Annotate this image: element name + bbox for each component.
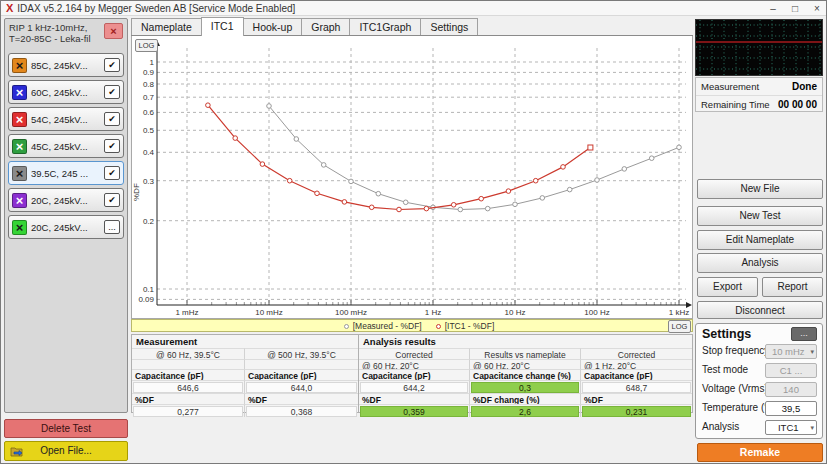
measurement-status-label: Measurement: [701, 81, 759, 92]
svg-text:100 mHz: 100 mHz: [335, 308, 367, 317]
column-subheader: @ 60 Hz, 20°C: [470, 359, 581, 369]
column-subheader: @ 1 Hz, 20°C: [581, 359, 692, 369]
measurement-item-label: 54C, 245kV...: [31, 114, 104, 125]
tab-itc1graph[interactable]: ITC1Graph: [349, 18, 421, 35]
report-button[interactable]: Report: [762, 277, 823, 297]
measurement-item-1[interactable]: ×85C, 245kV...✔: [8, 53, 124, 77]
measurement-item-label: 85C, 245kV...: [31, 60, 104, 71]
remake-button[interactable]: Remake: [697, 443, 823, 462]
tab-itc1[interactable]: ITC1: [201, 17, 244, 36]
svg-text:0.8: 0.8: [143, 80, 155, 89]
measurement-table-grid: @ 60 Hz, 39.5°C@ 500 Hz, 39.5°CCapacitan…: [132, 348, 358, 417]
series-color-x-icon: ×: [12, 193, 27, 208]
series-color-x-icon: ×: [12, 58, 27, 73]
row-value: 648,7: [581, 380, 692, 393]
svg-text:1 Hz: 1 Hz: [425, 308, 441, 317]
measurement-list: ×85C, 245kV...✔×60C, 245kV...✔×54C, 245k…: [8, 53, 124, 242]
options-button[interactable]: ...: [104, 220, 120, 234]
measurement-item-6[interactable]: ×20C, 245kV...✔: [8, 188, 124, 212]
test-list-panel: RIP 1 kHz-10mHz, T=20-85C - Leka-fil × ×…: [4, 18, 128, 413]
tab-nameplate[interactable]: Nameplate: [131, 18, 202, 35]
remaining-time-label: Remaining Time: [701, 99, 770, 110]
series-itc1: [206, 103, 593, 212]
new-test-button[interactable]: New Test: [697, 206, 823, 226]
analysis-results-table: Analysis resultsCorrectedResults vs name…: [358, 334, 693, 413]
column-subheader: [245, 359, 358, 369]
column-header: Corrected: [581, 348, 692, 359]
measurement-item-4[interactable]: ×45C, 245kV...✔: [8, 134, 124, 158]
measurement-item-5[interactable]: ×39.5C, 245 ...✔: [8, 161, 124, 185]
settings-more-button[interactable]: ...: [791, 327, 817, 341]
setting-dropdown[interactable]: 10 mHz▾: [765, 344, 817, 359]
measurement-item-7[interactable]: ×20C, 245kV......: [8, 215, 124, 239]
minimize-button[interactable]: –: [762, 3, 784, 14]
visibility-checkbox[interactable]: ✔: [104, 193, 120, 207]
chart-legend: [Measured - %DF][ITC1 - %DF] LOG: [131, 319, 693, 332]
y-gridlines: [157, 62, 686, 299]
visibility-checkbox[interactable]: ✔: [104, 139, 120, 153]
tab-hook-up[interactable]: Hook-up: [243, 18, 303, 35]
measurement-item-2[interactable]: ×60C, 245kV...✔: [8, 80, 124, 104]
setting-dropdown[interactable]: ITC1▾: [765, 420, 817, 435]
setting-input-field[interactable]: [766, 383, 816, 396]
measurement-item-label: 39.5C, 245 ...: [31, 168, 104, 179]
column-header: Corrected: [359, 348, 470, 359]
row-value: 646,6: [132, 380, 245, 393]
title-bar: X IDAX v5.2.164 by Megger Sweden AB [Ser…: [1, 1, 827, 16]
svg-text:0.9: 0.9: [143, 68, 155, 77]
setting-button[interactable]: C1 ...: [765, 363, 817, 378]
setting-row-test-mode: Test modeC1 ...: [696, 361, 822, 380]
app-logo-icon: X: [6, 2, 13, 14]
disconnect-button[interactable]: Disconnect: [697, 301, 823, 319]
measurement-table: Measurement@ 60 Hz, 39.5°C@ 500 Hz, 39.5…: [131, 334, 359, 413]
visibility-checkbox[interactable]: ✔: [104, 85, 120, 99]
visibility-checkbox[interactable]: ✔: [104, 58, 120, 72]
visibility-checkbox[interactable]: ✔: [104, 112, 120, 126]
close-button[interactable]: ×: [806, 3, 827, 14]
legend-label-measured: [Measured - %DF]: [353, 321, 422, 331]
log-scale-button-top[interactable]: LOG: [135, 39, 158, 52]
row-value: 0,3: [470, 380, 581, 393]
test-name-label: RIP 1 kHz-10mHz, T=20-85C - Leka-fil: [9, 22, 101, 44]
maximize-button[interactable]: □: [784, 3, 806, 14]
setting-input[interactable]: [765, 382, 817, 397]
setting-row-analysis: AnalysisITC1▾: [696, 418, 822, 437]
svg-text:1 kHz: 1 kHz: [669, 308, 689, 317]
new-file-button[interactable]: New File: [697, 179, 823, 199]
signal-scope-display: [695, 19, 823, 76]
edit-nameplate-button[interactable]: Edit Nameplate: [697, 230, 823, 250]
settings-title: Settings: [702, 327, 751, 341]
measurement-table-title: Measurement: [132, 335, 358, 348]
svg-text:0.5: 0.5: [143, 126, 155, 135]
setting-label: Voltage (Vrms): [702, 383, 768, 394]
itc1-chart: 10.90.80.70.60.50.40.30.20.10.091 mHz10 …: [132, 36, 692, 317]
delete-test-button[interactable]: Delete Test: [4, 419, 128, 438]
measurement-item-3[interactable]: ×54C, 245kV...✔: [8, 107, 124, 131]
svg-text:1: 1: [150, 58, 155, 67]
visibility-checkbox[interactable]: ✔: [104, 166, 120, 180]
setting-row-temperature-c-: Temperature (°C): [696, 399, 822, 418]
open-file-button[interactable]: Open File...: [4, 441, 128, 461]
close-test-button[interactable]: ×: [104, 23, 123, 39]
export-button[interactable]: Export: [697, 277, 758, 297]
tab-settings[interactable]: Settings: [420, 18, 478, 35]
setting-input[interactable]: [765, 401, 817, 416]
log-scale-button-bottom[interactable]: LOG: [668, 320, 691, 333]
analysis-button[interactable]: Analysis: [697, 253, 823, 273]
value-cell: 648,7: [582, 382, 691, 393]
row-value: 2,6: [470, 404, 581, 417]
row-value: 0,277: [132, 404, 245, 417]
tab-graph[interactable]: Graph: [301, 18, 350, 35]
setting-input-field[interactable]: [766, 402, 816, 415]
column-header: Results vs nameplate: [470, 348, 581, 359]
open-folder-icon: [10, 445, 23, 457]
row-label: Capacitance (pF): [581, 369, 692, 380]
scope-grid: [696, 20, 822, 75]
analysis-table-title: Analysis results: [359, 335, 692, 348]
column-subheader: @ 60 Hz, 20°C: [359, 359, 470, 369]
axes: [157, 44, 686, 305]
chevron-down-icon: ▾: [810, 421, 814, 434]
svg-text:0.1: 0.1: [143, 285, 155, 294]
tab-bar: NameplateITC1Hook-upGraphITC1GraphSettin…: [131, 17, 693, 36]
window-title: IDAX v5.2.164 by Megger Sweden AB [Servi…: [17, 3, 295, 14]
